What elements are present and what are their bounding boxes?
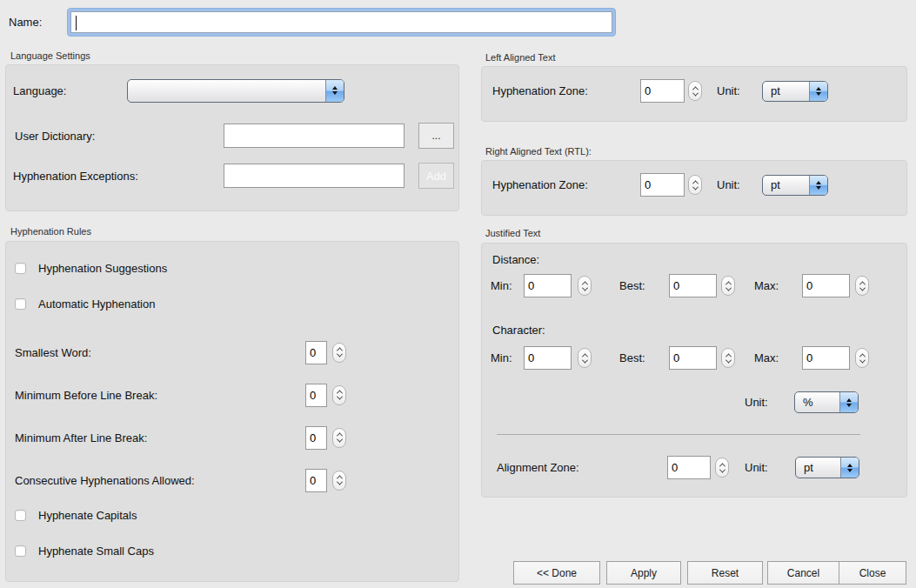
group-hyphenation-rules: Hyphenation Suggestions Automatic Hyphen… [5, 241, 459, 582]
ra-hyphenation-zone-label: Hyphenation Zone: [492, 178, 640, 191]
text-caret [76, 16, 77, 30]
group-right-aligned-text: Hyphenation Zone: Unit: pt [481, 160, 907, 216]
distance-best-input[interactable] [669, 274, 717, 297]
apply-button[interactable]: Apply [606, 561, 681, 585]
hyphenation-exceptions-input[interactable] [224, 164, 405, 188]
distance-max-input[interactable] [802, 274, 850, 297]
consecutive-hyphenations-input[interactable] [305, 469, 327, 492]
close-button[interactable]: Close [839, 562, 906, 584]
section-divider [497, 434, 860, 435]
distance-min-stepper[interactable] [578, 276, 592, 296]
right-aligned-text-title: Right Aligned Text (RTL): [485, 146, 592, 157]
distance-best-label: Best: [619, 279, 669, 292]
name-label: Name: [9, 16, 42, 29]
cancel-button[interactable]: Cancel [768, 562, 839, 584]
popup-arrows-icon [325, 80, 344, 102]
minimum-before-line-break-input[interactable] [305, 384, 327, 407]
character-best-input[interactable] [669, 346, 717, 370]
name-input[interactable] [70, 11, 612, 33]
stepper-down-icon [336, 437, 342, 443]
ra-unit-select[interactable]: pt [762, 175, 828, 196]
minimum-after-line-break-stepper[interactable] [332, 428, 346, 448]
hyphenation-exceptions-label: Hyphenation Exceptions: [13, 170, 224, 183]
smallest-word-label: Smallest Word: [15, 346, 305, 359]
hyphenate-small-caps-checkbox[interactable] [15, 545, 26, 557]
hyphenate-capitals-checkbox[interactable] [15, 510, 26, 521]
name-input-focus-ring [67, 8, 616, 37]
ra-hyphenation-zone-stepper[interactable] [688, 175, 702, 195]
hyphenate-small-caps-label: Hyphenate Small Caps [38, 545, 154, 558]
smallest-word-stepper[interactable] [332, 343, 346, 363]
character-unit-select[interactable]: % [794, 391, 859, 413]
left-aligned-text-title: Left Aligned Text [485, 52, 556, 63]
language-settings-title: Language Settings [10, 50, 90, 61]
distance-min-input[interactable] [524, 274, 572, 297]
minimum-before-line-break-label: Minimum Before Line Break: [15, 389, 305, 402]
user-dictionary-label: User Dictionary: [15, 130, 224, 143]
character-best-label: Best: [619, 351, 669, 364]
la-unit-value: pt [763, 82, 809, 101]
stepper-down-icon [336, 351, 342, 357]
justified-text-title: Justified Text [485, 228, 540, 238]
alignment-zone-stepper[interactable] [715, 458, 729, 478]
alignment-zone-label: Alignment Zone: [497, 461, 667, 474]
smallest-word-input[interactable] [305, 341, 327, 364]
alignment-unit-select[interactable]: pt [795, 457, 859, 478]
character-min-input[interactable] [524, 346, 572, 370]
popup-arrows-icon [809, 176, 827, 195]
stepper-down-icon [336, 394, 342, 400]
distance-best-stepper[interactable] [721, 276, 735, 296]
la-unit-label: Unit: [717, 84, 762, 97]
distance-label: Distance: [492, 253, 539, 266]
popup-arrows-icon [840, 458, 859, 478]
hyphenate-capitals-label: Hyphenate Capitals [38, 509, 137, 522]
character-max-label: Max: [754, 351, 802, 364]
ra-unit-value: pt [763, 176, 809, 195]
browse-button[interactable]: ... [418, 123, 454, 149]
group-language-settings: Language: User Dictionary: ... Hyphenati… [5, 64, 459, 211]
character-max-input[interactable] [802, 346, 850, 370]
hyphenation-suggestions-label: Hyphenation Suggestions [38, 262, 167, 275]
group-left-aligned-text: Hyphenation Zone: Unit: pt [481, 66, 907, 122]
stepper-down-icon [336, 479, 342, 485]
la-hyphenation-zone-stepper[interactable] [688, 81, 702, 101]
automatic-hyphenation-label: Automatic Hyphenation [38, 297, 155, 311]
popup-arrows-icon [809, 82, 827, 101]
character-min-label: Min: [491, 351, 524, 364]
alignment-zone-input[interactable] [667, 456, 711, 479]
distance-max-label: Max: [754, 279, 802, 292]
automatic-hyphenation-checkbox[interactable] [15, 298, 26, 310]
hyphenation-suggestions-checkbox[interactable] [15, 263, 26, 274]
alignment-unit-label: Unit: [745, 461, 795, 474]
character-label: Character: [492, 324, 545, 337]
character-best-stepper[interactable] [721, 348, 735, 368]
user-dictionary-input[interactable] [224, 124, 405, 148]
consecutive-hyphenations-label: Consecutive Hyphenations Allowed: [15, 474, 305, 487]
ra-unit-label: Unit: [717, 178, 762, 191]
distance-max-stepper[interactable] [855, 276, 869, 296]
ra-hyphenation-zone-input[interactable] [640, 173, 685, 197]
hyphenation-rules-title: Hyphenation Rules [10, 226, 91, 237]
alignment-unit-value: pt [796, 458, 840, 478]
la-unit-select[interactable]: pt [762, 81, 828, 102]
minimum-after-line-break-label: Minimum After Line Break: [15, 431, 305, 444]
la-hyphenation-zone-label: Hyphenation Zone: [492, 84, 640, 97]
character-min-stepper[interactable] [578, 348, 592, 368]
language-select-value [128, 80, 325, 102]
popup-arrows-icon [839, 392, 858, 412]
character-unit-label: Unit: [745, 396, 794, 409]
character-max-stepper[interactable] [855, 348, 869, 368]
consecutive-hyphenations-stepper[interactable] [332, 471, 346, 491]
minimum-before-line-break-stepper[interactable] [332, 385, 346, 405]
distance-min-label: Min: [491, 279, 524, 292]
language-select[interactable] [127, 79, 344, 103]
cancel-close-button-group: Cancel Close [767, 561, 906, 585]
done-button[interactable]: << Done [513, 561, 600, 585]
character-unit-value: % [795, 392, 839, 412]
la-hyphenation-zone-input[interactable] [640, 79, 685, 103]
language-label: Language: [13, 84, 127, 97]
reset-button[interactable]: Reset [687, 561, 763, 585]
minimum-after-line-break-input[interactable] [305, 426, 327, 450]
group-justified-text: Distance: Min: Best: Max: Character: Min… [481, 243, 907, 498]
add-button[interactable]: Add [418, 163, 454, 189]
